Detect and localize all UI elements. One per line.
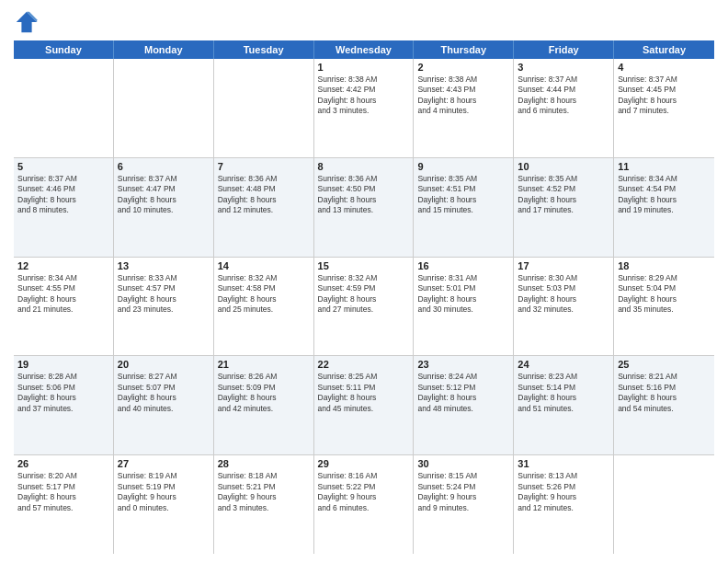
day-info: Sunrise: 8:20 AM Sunset: 5:17 PM Dayligh… [17, 471, 109, 513]
day-info: Sunrise: 8:36 AM Sunset: 4:50 PM Dayligh… [318, 174, 410, 216]
day-info: Sunrise: 8:18 AM Sunset: 5:21 PM Dayligh… [218, 471, 310, 513]
calendar-cell: 9Sunrise: 8:35 AM Sunset: 4:51 PM Daylig… [414, 158, 514, 257]
day-number: 1 [318, 62, 410, 73]
day-info: Sunrise: 8:37 AM Sunset: 4:45 PM Dayligh… [618, 75, 711, 117]
day-info: Sunrise: 8:37 AM Sunset: 4:46 PM Dayligh… [17, 174, 109, 216]
calendar-cell: 7Sunrise: 8:36 AM Sunset: 4:48 PM Daylig… [214, 158, 314, 257]
calendar-cell [614, 455, 714, 554]
day-info: Sunrise: 8:34 AM Sunset: 4:55 PM Dayligh… [17, 273, 109, 316]
calendar-cell: 28Sunrise: 8:18 AM Sunset: 5:21 PM Dayli… [214, 455, 314, 554]
day-number: 14 [218, 260, 310, 271]
day-info: Sunrise: 8:27 AM Sunset: 5:07 PM Dayligh… [118, 372, 210, 414]
calendar-cell: 26Sunrise: 8:20 AM Sunset: 5:17 PM Dayli… [14, 455, 114, 554]
calendar-cell: 13Sunrise: 8:33 AM Sunset: 4:57 PM Dayli… [114, 258, 214, 356]
day-number: 28 [218, 458, 310, 469]
calendar-cell: 4Sunrise: 8:37 AM Sunset: 4:45 PM Daylig… [614, 59, 714, 157]
day-info: Sunrise: 8:33 AM Sunset: 4:57 PM Dayligh… [118, 273, 210, 316]
day-number: 27 [118, 458, 210, 469]
day-info: Sunrise: 8:16 AM Sunset: 5:22 PM Dayligh… [318, 471, 410, 513]
day-number: 19 [17, 359, 109, 370]
calendar-row-0: 1Sunrise: 8:38 AM Sunset: 4:42 PM Daylig… [14, 59, 714, 158]
calendar-row-1: 5Sunrise: 8:37 AM Sunset: 4:46 PM Daylig… [14, 158, 714, 258]
day-number: 24 [518, 359, 609, 370]
calendar-cell: 20Sunrise: 8:27 AM Sunset: 5:07 PM Dayli… [114, 356, 214, 454]
header-day-thursday: Thursday [414, 40, 514, 59]
calendar-cell [14, 59, 114, 157]
day-number: 18 [618, 260, 711, 271]
calendar-cell: 21Sunrise: 8:26 AM Sunset: 5:09 PM Dayli… [214, 356, 314, 454]
logo [14, 9, 43, 35]
day-number: 22 [318, 359, 410, 370]
day-number: 2 [417, 62, 509, 73]
day-info: Sunrise: 8:34 AM Sunset: 4:54 PM Dayligh… [618, 174, 711, 216]
logo-icon [14, 9, 40, 35]
calendar-cell: 16Sunrise: 8:31 AM Sunset: 5:01 PM Dayli… [414, 258, 514, 356]
day-info: Sunrise: 8:31 AM Sunset: 5:01 PM Dayligh… [417, 273, 509, 316]
calendar-cell: 5Sunrise: 8:37 AM Sunset: 4:46 PM Daylig… [14, 158, 114, 257]
day-number: 3 [518, 62, 609, 73]
calendar-cell: 6Sunrise: 8:37 AM Sunset: 4:47 PM Daylig… [114, 158, 214, 257]
calendar-row-4: 26Sunrise: 8:20 AM Sunset: 5:17 PM Dayli… [14, 455, 714, 554]
day-number: 6 [118, 161, 210, 172]
header-day-sunday: Sunday [14, 40, 114, 59]
day-info: Sunrise: 8:23 AM Sunset: 5:14 PM Dayligh… [518, 372, 609, 414]
day-info: Sunrise: 8:32 AM Sunset: 4:58 PM Dayligh… [218, 273, 310, 316]
day-number: 17 [518, 260, 609, 271]
day-number: 8 [318, 161, 410, 172]
day-info: Sunrise: 8:36 AM Sunset: 4:48 PM Dayligh… [218, 174, 310, 216]
calendar-cell: 19Sunrise: 8:28 AM Sunset: 5:06 PM Dayli… [14, 356, 114, 454]
header-day-saturday: Saturday [614, 40, 714, 59]
header-day-friday: Friday [514, 40, 614, 59]
day-number: 11 [618, 161, 711, 172]
calendar-row-3: 19Sunrise: 8:28 AM Sunset: 5:06 PM Dayli… [14, 356, 714, 455]
day-info: Sunrise: 8:30 AM Sunset: 5:03 PM Dayligh… [518, 273, 609, 316]
calendar-cell [214, 59, 314, 157]
calendar-cell: 22Sunrise: 8:25 AM Sunset: 5:11 PM Dayli… [314, 356, 415, 454]
calendar-cell: 30Sunrise: 8:15 AM Sunset: 5:24 PM Dayli… [414, 455, 514, 554]
calendar-cell: 14Sunrise: 8:32 AM Sunset: 4:58 PM Dayli… [214, 258, 314, 356]
calendar-cell: 31Sunrise: 8:13 AM Sunset: 5:26 PM Dayli… [514, 455, 614, 554]
day-info: Sunrise: 8:35 AM Sunset: 4:51 PM Dayligh… [417, 174, 509, 216]
svg-marker-0 [17, 12, 37, 32]
header [14, 9, 714, 35]
day-number: 23 [417, 359, 509, 370]
calendar-cell: 17Sunrise: 8:30 AM Sunset: 5:03 PM Dayli… [514, 258, 614, 356]
day-number: 7 [218, 161, 310, 172]
day-number: 25 [618, 359, 711, 370]
header-day-monday: Monday [114, 40, 214, 59]
calendar-cell: 10Sunrise: 8:35 AM Sunset: 4:52 PM Dayli… [514, 158, 614, 257]
day-info: Sunrise: 8:26 AM Sunset: 5:09 PM Dayligh… [218, 372, 310, 414]
day-number: 12 [17, 260, 109, 271]
day-info: Sunrise: 8:37 AM Sunset: 4:47 PM Dayligh… [118, 174, 210, 216]
calendar-cell: 8Sunrise: 8:36 AM Sunset: 4:50 PM Daylig… [314, 158, 415, 257]
calendar-cell: 23Sunrise: 8:24 AM Sunset: 5:12 PM Dayli… [414, 356, 514, 454]
calendar-cell: 1Sunrise: 8:38 AM Sunset: 4:42 PM Daylig… [314, 59, 415, 157]
day-number: 13 [118, 260, 210, 271]
calendar: SundayMondayTuesdayWednesdayThursdayFrid… [14, 40, 714, 554]
calendar-cell: 2Sunrise: 8:38 AM Sunset: 4:43 PM Daylig… [414, 59, 514, 157]
day-number: 4 [618, 62, 711, 73]
day-info: Sunrise: 8:28 AM Sunset: 5:06 PM Dayligh… [17, 372, 109, 414]
calendar-cell: 15Sunrise: 8:32 AM Sunset: 4:59 PM Dayli… [314, 258, 415, 356]
calendar-row-2: 12Sunrise: 8:34 AM Sunset: 4:55 PM Dayli… [14, 258, 714, 357]
day-number: 5 [17, 161, 109, 172]
day-number: 20 [118, 359, 210, 370]
day-number: 26 [17, 458, 109, 469]
day-info: Sunrise: 8:25 AM Sunset: 5:11 PM Dayligh… [318, 372, 410, 414]
calendar-cell [114, 59, 214, 157]
day-info: Sunrise: 8:38 AM Sunset: 4:42 PM Dayligh… [318, 75, 410, 117]
calendar-cell: 29Sunrise: 8:16 AM Sunset: 5:22 PM Dayli… [314, 455, 415, 554]
header-day-wednesday: Wednesday [314, 40, 415, 59]
day-info: Sunrise: 8:21 AM Sunset: 5:16 PM Dayligh… [618, 372, 711, 414]
day-number: 21 [218, 359, 310, 370]
header-day-tuesday: Tuesday [214, 40, 314, 59]
page: SundayMondayTuesdayWednesdayThursdayFrid… [0, 0, 728, 563]
calendar-cell: 25Sunrise: 8:21 AM Sunset: 5:16 PM Dayli… [614, 356, 714, 454]
day-number: 29 [318, 458, 410, 469]
day-info: Sunrise: 8:38 AM Sunset: 4:43 PM Dayligh… [417, 75, 509, 117]
calendar-cell: 3Sunrise: 8:37 AM Sunset: 4:44 PM Daylig… [514, 59, 614, 157]
day-info: Sunrise: 8:35 AM Sunset: 4:52 PM Dayligh… [518, 174, 609, 216]
day-number: 10 [518, 161, 609, 172]
day-number: 16 [417, 260, 509, 271]
calendar-cell: 18Sunrise: 8:29 AM Sunset: 5:04 PM Dayli… [614, 258, 714, 356]
